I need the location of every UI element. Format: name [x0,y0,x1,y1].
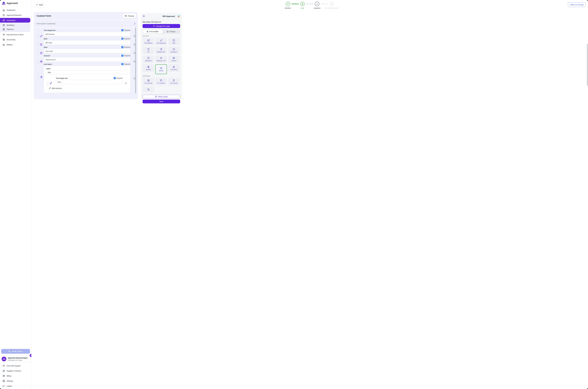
required-checkbox[interactable]: Required [121,63,130,65]
sidebar-item-pipelines[interactable]: Pipelines [0,27,30,31]
tile-dropdown[interactable]: Dropdown [168,47,180,54]
field-row-line-items: Line Items* Required Label* Text Single … [44,63,130,93]
tile-text-multiline[interactable]: Text Multiline [142,38,154,45]
dollar-circle-icon [2,38,5,41]
tab-settings[interactable]: Settings [162,30,180,33]
check-icon [114,77,115,79]
sidebar-item-accounting[interactable]: Accounting [0,37,31,42]
tab-form-builder[interactable]: Form builder [143,30,162,33]
drag-handle[interactable] [38,43,39,46]
eye-icon [125,15,127,17]
field-type-label: Line Items* [44,63,130,65]
next-button[interactable]: Next [142,99,180,101]
drag-handle[interactable] [38,34,39,38]
field-type-label: Text Single line* [56,77,123,79]
required-checkbox[interactable]: Required [121,46,130,48]
pencil-icon [160,39,162,42]
field-row-due-date: Date* Required [44,46,130,53]
tile-sl-vendor[interactable] [142,87,154,92]
chevron-right-icon[interactable] [133,22,136,26]
required-checkbox[interactable]: Required [121,29,130,31]
cart-icon [147,88,150,91]
tile-multiple-files[interactable]: Multiple Files [155,47,167,54]
rows-icon [173,66,175,68]
drag-handle[interactable] [38,76,39,79]
show-guide-button[interactable]: Show Guide [142,95,180,98]
tile-text-single-line[interactable]: Text Single line [155,38,167,45]
panel-tabs: Form builder Settings [142,30,180,34]
page-title: Custom Form [37,15,51,17]
change-form-type-button[interactable]: Change form type [142,24,180,28]
arrow-left-icon [36,4,38,6]
check-icon [122,38,123,39]
calendar-icon [173,39,175,42]
sidebar-item-dashboard[interactable]: Dashboard [0,7,31,13]
tile-sl-location[interactable]: SL Location [155,78,167,85]
panel-collapse-button[interactable] [142,15,145,18]
tile-amount[interactable]: Amount [168,56,180,63]
description-row[interactable]: Description (optional) [34,20,138,28]
trash-icon[interactable] [125,82,127,85]
columns-icon [2,28,5,31]
sidebar-item-org-structure[interactable]: Org Structure & Team [0,32,31,37]
label-caption: Label* [46,68,128,69]
field-input[interactable] [44,57,130,62]
field-input[interactable] [44,40,130,45]
softledger-tile-grid: SL Currency SL Location SL Account [142,78,180,92]
cart-icon [160,67,162,69]
check-circle-icon [2,14,5,16]
preview-button[interactable]: Preview [123,14,136,18]
logo[interactable]: Approveit [0,0,31,7]
required-checkbox[interactable]: Required [121,38,130,40]
people-icon [160,57,162,59]
pencil-icon [50,82,52,85]
edit-square-icon [147,39,150,42]
required-checkbox[interactable]: Required [114,77,123,79]
tile-sl-currency[interactable]: SL Currency [142,78,154,85]
sidebar-item-workflows[interactable]: Workflows [0,23,30,27]
drag-handle[interactable] [47,82,48,86]
tile-sl-account[interactable]: SL Account [168,78,180,85]
form-builder-panel: Bill Approval Use case: Bill Approval Ch… [141,13,182,99]
sidebar-item-mailbox[interactable]: Mailbox [0,42,31,47]
tile-file[interactable]: File [142,47,154,54]
form-scrollbar[interactable] [135,28,136,93]
double-chevron-icon [142,15,145,17]
tile-vendor-selected[interactable]: Vendor [155,64,167,74]
drag-handle[interactable] [38,51,39,55]
calculator-icon [147,66,150,68]
automation-subnav: Workflows Pipelines [0,23,30,32]
back-button[interactable]: Back [34,2,45,7]
sidebar-item-approval-requests[interactable]: Approval Requests [0,13,31,18]
tile-multiselect[interactable]: Multiselect [142,56,154,63]
checkbox-icon [147,57,150,59]
field-row-bill-date: Date* Required [44,38,130,45]
field-input[interactable] [44,32,130,36]
field-row-bill-number: Text Single line* Required [44,30,130,36]
map-pin-icon [160,79,162,82]
dropdown-icon [173,48,175,50]
line-items-label-input[interactable] [46,70,128,74]
tile-date[interactable]: Date [168,38,180,45]
play-circle-icon [2,19,5,21]
required-checkbox[interactable]: Required [121,55,130,57]
sidebar-item-automation[interactable]: Automation [0,18,30,23]
sidebar: Approveit Dashboard Approval Requests Au… [0,0,31,101]
section-title-softledger: Softledger [142,75,180,77]
field-type-label: Amount* [44,55,130,57]
tile-number[interactable]: Number [142,64,154,72]
approveit-logo-icon [2,1,5,5]
dollar-circle-icon [40,60,42,63]
description-label: Description (optional) [37,23,56,25]
drag-handle[interactable] [38,60,39,64]
use-case-line: Use case: Bill Approval [142,21,180,23]
tile-line-items[interactable]: Line Items [168,64,180,72]
sidebar-nav: Dashboard Approval Requests Automation W… [0,7,31,47]
field-input[interactable] [44,49,130,53]
nested-field-input[interactable] [56,80,123,84]
dollar-circle-icon [173,57,175,59]
edit-columns-button[interactable]: Edit columns [46,86,65,90]
app-title: Approveit [7,2,18,5]
file-icon [147,48,150,50]
tile-watchers-cc[interactable]: Watchers / CC [155,56,167,63]
